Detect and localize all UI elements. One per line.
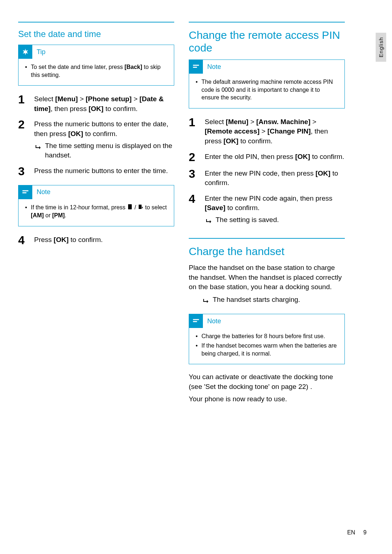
- asterisk-icon: [19, 45, 32, 59]
- page-footer: EN 9: [347, 529, 367, 536]
- step-number: 3: [18, 165, 34, 177]
- step-4: 4 Enter the new PIN code again, then pre…: [189, 193, 345, 226]
- docking-tone-paragraph: You can activate or deactivate the docki…: [189, 372, 345, 391]
- note-box: Note If the time is in 12-hour format, p…: [18, 185, 174, 226]
- svg-rect-3: [193, 67, 197, 68]
- svg-rect-2: [193, 65, 199, 66]
- svg-rect-0: [23, 190, 29, 191]
- svg-rect-4: [193, 319, 199, 320]
- step-number: 1: [189, 116, 205, 146]
- arrow-right-icon: [203, 296, 209, 306]
- note-label: Note: [32, 188, 50, 196]
- footer-lang: EN: [347, 529, 355, 535]
- phonebook-icon: [127, 204, 133, 212]
- heading-change-pin: Change the remote access PIN code: [189, 29, 345, 54]
- note-box: Note Charge the batteries for 8 hours be…: [189, 314, 345, 364]
- step-number: 3: [189, 168, 205, 188]
- svg-rect-1: [23, 192, 26, 193]
- note-label: Note: [203, 63, 221, 71]
- note-label: Note: [203, 317, 221, 325]
- step-number: 1: [18, 94, 34, 114]
- note-item: Charge the batteries for 8 hours before …: [196, 332, 338, 340]
- step-3: 3 Enter the new PIN code, then press [OK…: [189, 168, 345, 188]
- tip-box: Tip To set the date and time later, pres…: [18, 45, 174, 86]
- step-number: 2: [189, 151, 205, 163]
- note-icon: [189, 60, 203, 74]
- note-item: The default answering machine remote acc…: [196, 78, 338, 102]
- ready-paragraph: Your phone is now ready to use.: [189, 394, 345, 404]
- tip-item: To set the date and time later, press [B…: [25, 63, 167, 79]
- step-3: 3 Press the numeric buttons to enter the…: [18, 165, 174, 177]
- language-tab: English: [376, 33, 386, 62]
- step-number: 4: [189, 193, 205, 226]
- steps-list-right: 1 Select [Menu] > [Answ. Machine] > [Rem…: [189, 116, 345, 226]
- step-4: 4 Press [OK] to confirm.: [18, 234, 174, 246]
- tip-label: Tip: [32, 48, 45, 56]
- step-number: 4: [18, 234, 34, 246]
- step-2: 2 Enter the old PIN, then press [OK] to …: [189, 151, 345, 163]
- note-item: If the time is in 12-hour format, press …: [25, 204, 167, 219]
- footer-page-number: 9: [363, 529, 367, 535]
- charge-paragraph: Place the handset on the base station to…: [189, 263, 345, 292]
- note-icon: [189, 314, 203, 328]
- heading-set-date-time: Set the date and time: [18, 29, 174, 39]
- note-box: Note The default answering machine remot…: [189, 59, 345, 108]
- charge-sub-text: The handset starts charging.: [213, 295, 300, 306]
- right-column: Change the remote access PIN code Note T…: [189, 22, 345, 407]
- steps-list: 1 Select [Menu] > [Phone setup] > [Date …: [18, 94, 174, 177]
- svg-rect-5: [193, 321, 197, 322]
- step-number: 2: [18, 119, 34, 160]
- page-content: Set the date and time Tip To set the dat…: [18, 22, 374, 407]
- step-sub-text: The setting is saved.: [216, 215, 279, 226]
- note-item: If the handset becomes warm when the bat…: [196, 342, 338, 357]
- note-icon: [19, 185, 32, 199]
- step-2: 2 Press the numeric buttons to enter the…: [18, 119, 174, 160]
- step-1: 1 Select [Menu] > [Phone setup] > [Date …: [18, 94, 174, 114]
- arrow-right-icon: [36, 143, 41, 160]
- step-sub-text: The time setting menu is displayed on th…: [45, 141, 174, 160]
- redial-icon: [138, 204, 143, 212]
- arrow-right-icon: [206, 217, 212, 226]
- heading-charge-handset: Charge the handset: [189, 245, 345, 258]
- left-column: Set the date and time Tip To set the dat…: [18, 22, 174, 407]
- step-1: 1 Select [Menu] > [Answ. Machine] > [Rem…: [189, 116, 345, 146]
